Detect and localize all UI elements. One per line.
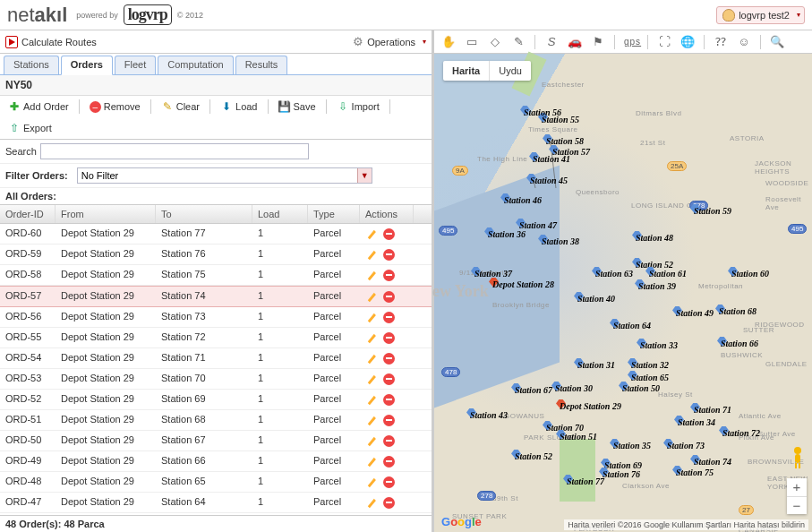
operations-menu[interactable]: ⚙ Operations <box>353 35 426 48</box>
neighborhood-label: GOWANUS <box>504 412 544 420</box>
delete-icon[interactable] <box>383 291 395 303</box>
measure-icon[interactable]: ✎ <box>511 35 526 48</box>
table-row[interactable]: ORD-57Depot Station 29Station 741Parcel <box>0 286 432 307</box>
station-label: Station 59 <box>694 206 731 216</box>
tab-computation[interactable]: Computation <box>158 56 233 74</box>
table-row[interactable]: ORD-54Depot Station 29Station 711Parcel <box>0 348 432 369</box>
edit-icon[interactable] <box>365 331 378 344</box>
neighborhood-label: Halsey St <box>658 390 693 399</box>
export-icon: ⇧ <box>8 122 21 134</box>
col-header[interactable]: From <box>56 205 156 223</box>
search-input[interactable] <box>40 143 309 159</box>
edit-icon[interactable] <box>365 311 378 323</box>
grid-body[interactable]: ORD-60Depot Station 29Station 771ParcelO… <box>0 224 432 515</box>
table-row[interactable]: ORD-51Depot Station 29Station 681Parcel <box>0 410 432 431</box>
search-icon[interactable]: 🔍 <box>770 35 784 48</box>
user-menu-button[interactable]: logvrp test2 <box>716 6 805 24</box>
edit-icon[interactable] <box>365 414 378 426</box>
legend-icon[interactable]: ☺ <box>737 35 751 48</box>
edit-icon[interactable] <box>365 434 378 447</box>
delete-icon[interactable] <box>383 394 395 406</box>
save-button[interactable]: 💾Save <box>276 99 319 115</box>
table-row[interactable]: ORD-50Depot Station 29Station 671Parcel <box>0 431 432 451</box>
delete-icon[interactable] <box>383 332 395 344</box>
delete-icon[interactable] <box>383 373 395 385</box>
fit-icon[interactable]: ⛶ <box>657 35 671 48</box>
tab-orders[interactable]: Orders <box>61 56 113 75</box>
map-btn-sat[interactable]: Uydu <box>489 61 531 81</box>
col-header[interactable]: To <box>156 205 252 223</box>
delete-icon[interactable] <box>383 497 395 509</box>
station-label: Station 32 <box>631 360 669 370</box>
delete-icon[interactable] <box>383 456 395 468</box>
edit-icon[interactable] <box>365 290 378 303</box>
map-canvas[interactable]: ew York ASTORIAJACKSON HEIGHTSWOODSIDELO… <box>434 54 812 532</box>
clear-button[interactable]: ✎Clear <box>158 99 202 115</box>
plus-icon: ✚ <box>8 100 21 113</box>
delete-icon[interactable] <box>383 415 395 426</box>
edit-icon[interactable] <box>365 496 378 509</box>
filter-input[interactable] <box>77 167 372 184</box>
col-header[interactable]: Actions <box>360 205 414 223</box>
delete-icon[interactable] <box>383 476 395 488</box>
station-label: Station 73 <box>667 441 705 450</box>
edit-icon[interactable] <box>365 476 378 488</box>
load-button[interactable]: ⬇Load <box>218 99 260 115</box>
edit-icon[interactable] <box>365 455 378 468</box>
edit-icon[interactable] <box>365 248 378 261</box>
edit-icon[interactable] <box>365 352 378 365</box>
remove-button[interactable]: –Remove <box>87 99 143 115</box>
gps-button[interactable]: gps <box>624 37 638 47</box>
edit-icon[interactable] <box>365 373 378 385</box>
table-row[interactable]: ORD-48Depot Station 29Station 651Parcel <box>0 472 432 493</box>
export-button[interactable]: ⇧Export <box>5 120 55 136</box>
panel-title: NY50 <box>0 75 432 96</box>
edit-icon[interactable] <box>365 393 378 406</box>
station-label: Station 74 <box>694 457 731 467</box>
table-row[interactable]: ORD-55Depot Station 29Station 721Parcel <box>0 328 432 348</box>
pegman-icon[interactable] <box>789 446 807 469</box>
poly-icon[interactable]: ◇ <box>488 35 502 48</box>
tab-fleet[interactable]: Fleet <box>115 56 156 74</box>
delete-icon[interactable] <box>383 270 395 281</box>
delete-icon[interactable] <box>383 435 395 447</box>
zoom-out-button[interactable]: − <box>787 496 807 514</box>
help-icon[interactable]: ⁇ <box>714 35 728 48</box>
app-header: netakıl powered by logvrp © 2012 logvrp … <box>0 0 812 30</box>
tab-results[interactable]: Results <box>235 56 288 74</box>
delete-icon[interactable] <box>383 353 395 365</box>
filter-combo[interactable]: ▼ <box>77 167 372 184</box>
delete-icon[interactable] <box>383 228 395 240</box>
map-attribution[interactable]: Harita verileri ©2016 Google Kullanım Şa… <box>564 519 808 530</box>
edit-icon[interactable] <box>365 269 378 281</box>
rect-icon[interactable]: ▭ <box>465 35 479 48</box>
delete-icon[interactable] <box>383 249 395 261</box>
table-row[interactable]: ORD-53Depot Station 29Station 701Parcel <box>0 369 432 390</box>
col-header[interactable]: Type <box>308 205 360 223</box>
play-icon <box>5 36 18 48</box>
pan-icon[interactable]: ✋ <box>441 35 456 48</box>
car-icon[interactable]: 🚗 <box>568 35 582 48</box>
calculate-routes-button[interactable]: Calculate Routes <box>5 36 97 48</box>
table-row[interactable]: ORD-59Depot Station 29Station 761Parcel <box>0 245 432 265</box>
flag-icon[interactable]: ⚑ <box>591 35 605 48</box>
col-header[interactable]: Load <box>252 205 308 223</box>
delete-icon[interactable] <box>383 312 395 323</box>
table-row[interactable]: ORD-56Depot Station 29Station 731Parcel <box>0 307 432 328</box>
col-header[interactable]: Order-ID <box>0 205 56 223</box>
map-btn-map[interactable]: Harita <box>443 61 489 81</box>
table-row[interactable]: ORD-52Depot Station 29Station 691Parcel <box>0 390 432 410</box>
table-row[interactable]: ORD-49Depot Station 29Station 661Parcel <box>0 451 432 472</box>
s-icon[interactable]: S <box>544 35 559 48</box>
globe-icon[interactable]: 🌐 <box>680 35 695 48</box>
tab-stations[interactable]: Stations <box>4 56 59 74</box>
table-row[interactable]: ORD-47Depot Station 29Station 641Parcel <box>0 493 432 513</box>
table-row[interactable]: ORD-60Depot Station 29Station 771Parcel <box>0 224 432 245</box>
edit-icon[interactable] <box>365 227 378 240</box>
import-button[interactable]: ⇩Import <box>334 99 382 115</box>
svg-rect-20 <box>799 463 800 468</box>
add-order-button[interactable]: ✚Add Order <box>5 99 72 115</box>
table-row[interactable]: ORD-58Depot Station 29Station 751Parcel <box>0 265 432 286</box>
zoom-in-button[interactable]: + <box>787 478 807 496</box>
combo-trigger-icon[interactable]: ▼ <box>357 168 372 183</box>
